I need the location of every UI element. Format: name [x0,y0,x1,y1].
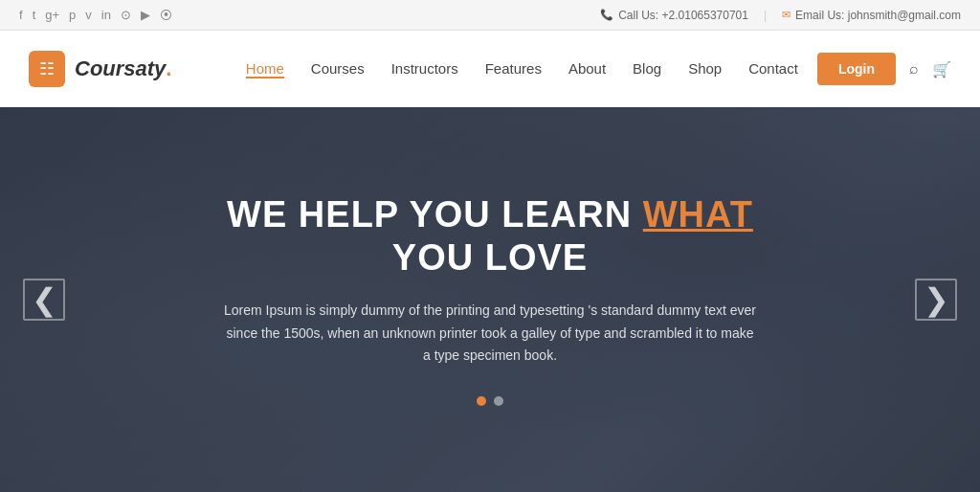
top-bar: f t g+ p v in ⊙ ▶ ⦿ 📞 Call Us: +2.010653… [0,0,980,31]
hero-dot-1[interactable] [477,396,486,406]
vimeo-icon[interactable]: v [85,8,92,22]
call-label: Call Us: +2.01065370701 [618,9,748,22]
nav-shop[interactable]: Shop [688,60,722,78]
linkedin-icon[interactable]: in [101,8,111,22]
search-icon[interactable]: ⌕ [909,60,919,78]
email-label: Email Us: johnsmith@gmail.com [795,9,961,22]
phone-contact: 📞 Call Us: +2.01065370701 [600,9,748,22]
rss-icon[interactable]: ⦿ [160,8,172,22]
hero-section: ❮ WE HELP YOU LEARN WHAT YOU LOVE Lorem … [0,107,980,492]
twitter-icon[interactable]: t [33,8,36,22]
logo-icon: ☷ [29,51,65,87]
hero-title-part2: YOU LOVE [392,237,588,278]
logo-name: Coursaty [75,56,166,80]
pinterest-icon[interactable]: p [69,8,76,22]
logo-text: Coursaty. [75,56,171,81]
nav-about[interactable]: About [568,60,606,78]
login-button[interactable]: Login [817,53,896,85]
nav-home[interactable]: Home [246,60,284,78]
header: ☷ Coursaty. Home Courses Instructors Fea… [0,31,980,107]
main-nav: Home Courses Instructors Features About … [246,60,798,78]
social-links: f t g+ p v in ⊙ ▶ ⦿ [19,8,172,22]
nav-courses[interactable]: Courses [311,60,365,78]
nav-blog[interactable]: Blog [633,60,661,78]
dribbble-icon[interactable]: ⊙ [121,8,131,22]
hero-title: WE HELP YOU LEARN WHAT YOU LOVE [193,193,787,280]
hero-dots [193,396,787,406]
facebook-icon[interactable]: f [19,8,23,22]
hero-prev-button[interactable]: ❮ [23,279,65,321]
googleplus-icon[interactable]: g+ [45,8,59,22]
hero-dot-2[interactable] [494,396,503,406]
hero-content: WE HELP YOU LEARN WHAT YOU LOVE Lorem Ip… [155,193,825,407]
phone-icon: 📞 [600,9,613,21]
email-icon: ✉ [782,9,791,21]
logo[interactable]: ☷ Coursaty. [29,51,171,87]
contact-info: 📞 Call Us: +2.01065370701 | ✉ Email Us: … [600,9,961,22]
nav-actions: Login ⌕ 🛒 [817,53,951,85]
youtube-icon[interactable]: ▶ [141,8,150,22]
nav-features[interactable]: Features [485,60,542,78]
email-contact: ✉ Email Us: johnsmith@gmail.com [782,9,961,22]
cart-icon[interactable]: 🛒 [932,60,951,78]
nav-instructors[interactable]: Instructors [391,60,458,78]
logo-dot: . [166,56,171,80]
divider: | [764,9,767,22]
hero-title-part1: WE HELP YOU LEARN [227,194,643,235]
nav-contact[interactable]: Contact [748,60,798,78]
hero-description: Lorem Ipsum is simply dummy of the print… [222,300,758,368]
hero-title-accent: WHAT [643,194,753,235]
hero-next-button[interactable]: ❯ [915,279,957,321]
